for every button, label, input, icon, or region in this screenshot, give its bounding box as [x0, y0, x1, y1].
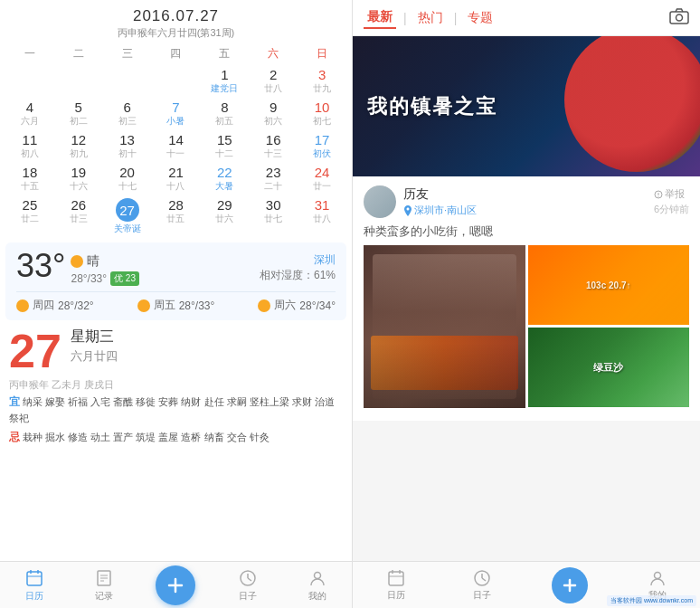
report-text: 举报: [665, 187, 685, 201]
photo-grid: 103c 20.7↑ 绿豆沙: [364, 245, 689, 410]
rnav-calendar[interactable]: 日历: [380, 565, 412, 605]
post-header: 历友 深圳市·南山区 举报: [364, 185, 689, 218]
cal-cell-4[interactable]: 4 六月: [5, 99, 54, 129]
cal-cell-16[interactable]: 16 十三: [249, 131, 298, 162]
photo-food-main[interactable]: [364, 245, 525, 408]
cal-cell-25[interactable]: 25 廿二: [5, 196, 54, 237]
photo-sign-2[interactable]: 绿豆沙: [528, 328, 690, 407]
cal-cell-30[interactable]: 30 廿七: [249, 196, 298, 237]
cal-cell-6[interactable]: 6 初三: [103, 99, 152, 129]
ji-content: 栽种 掘水 修造 动土 置产 筑堤 盖屋 造桥 纳畜 交合 针灸: [23, 432, 270, 442]
time-ago: 6分钟前: [654, 203, 689, 216]
weekday-sat: 六: [249, 43, 298, 64]
weekday-fri: 五: [200, 43, 249, 64]
cal-cell-8[interactable]: 8 初五: [200, 99, 249, 129]
cal-cell-1[interactable]: 1 建党日: [200, 66, 249, 97]
report-link[interactable]: 举报: [654, 187, 689, 201]
cal-cell-15[interactable]: 15 十二: [200, 131, 249, 162]
forecast-fri-temp: 28°/33°: [179, 299, 215, 312]
note-icon: [94, 568, 114, 588]
hero-image[interactable]: 我的镇暑之宝: [353, 36, 700, 176]
cal-cell-20[interactable]: 20 十七: [103, 164, 152, 195]
weekday-thu: 四: [152, 43, 201, 64]
forecast-thu-day: 周四: [33, 298, 54, 313]
svg-rect-0: [27, 572, 42, 585]
calendar-date-main: 2016.07.27: [4, 7, 348, 25]
calendar-icon: [24, 568, 44, 588]
nav-days-label: 日子: [239, 590, 257, 603]
cal-cell-28[interactable]: 28 廿五: [152, 196, 201, 237]
cal-cell-2[interactable]: 2 廿八: [249, 66, 298, 97]
tab-hot[interactable]: 热门: [414, 8, 447, 28]
cal-cell-17[interactable]: 17 初伏: [298, 131, 346, 162]
user-location: 深圳市·南山区: [403, 204, 477, 217]
sun-icon-sat: [258, 299, 270, 312]
location-text: 深圳市·南山区: [414, 204, 477, 217]
cal-cell-12[interactable]: 12 初九: [54, 131, 103, 162]
tab-topic[interactable]: 专题: [464, 8, 497, 28]
ji-section: 忌 栽种 掘水 修造 动土 置产 筑堤 盖屋 造桥 纳畜 交合 针灸: [9, 429, 343, 446]
calendar-header: 2016.07.27 丙申猴年六月廿四(第31周): [0, 0, 352, 43]
camera-button[interactable]: [669, 8, 689, 28]
cal-cell-29[interactable]: 29 廿六: [200, 196, 249, 237]
cal-cell-24[interactable]: 24 廿一: [298, 164, 346, 195]
avatar: [364, 185, 396, 218]
nav-add-button[interactable]: [156, 565, 195, 605]
cal-cell-9[interactable]: 9 初六: [249, 99, 298, 129]
svg-line-12: [248, 578, 251, 581]
rnav-days[interactable]: 日子: [466, 565, 498, 605]
weather-forecast: 周四 28°/32° 周五 28°/33° 周六 28°/34°: [16, 291, 336, 313]
cal-cell-18[interactable]: 18 十五: [5, 164, 54, 195]
cal-cell-27-today[interactable]: 27 关帝诞: [103, 196, 152, 237]
cal-cell-21[interactable]: 21 十八: [152, 164, 201, 195]
user-details: 历友 深圳市·南山区: [403, 186, 477, 217]
cal-cell-13[interactable]: 13 初十: [103, 131, 152, 162]
right-panel: 最新 | 热门 | 专题 我的镇暑之宝 历友: [353, 0, 700, 608]
calendar-days: 1 建党日 2 廿八 3 廿九 4 六月 5 初二 6 初三: [5, 66, 346, 237]
day-detail-top: 27 星期三 六月廿四: [9, 328, 343, 375]
cal-cell-7[interactable]: 7 小暑: [152, 99, 201, 129]
left-panel: 2016.07.27 丙申猴年六月廿四(第31周) 一 二 三 四 五 六 日 …: [0, 0, 353, 608]
hero-text: 我的镇暑之宝: [367, 93, 497, 120]
bottom-nav-left: 日历 记录: [0, 561, 352, 608]
cal-cell-14[interactable]: 14 十一: [152, 131, 201, 162]
nav-days[interactable]: 日子: [231, 565, 265, 606]
cal-cell-31[interactable]: 31 廿八: [298, 196, 346, 237]
rnav-add-button[interactable]: [552, 567, 588, 603]
nav-note[interactable]: 记录: [87, 565, 121, 606]
day-number-big: 27: [9, 328, 61, 375]
cal-cell-23[interactable]: 23 二十: [249, 164, 298, 195]
ganzhi-row: 丙申猴年 乙未月 庚戌日: [9, 378, 343, 392]
svg-point-15: [676, 14, 683, 21]
cal-cell-26[interactable]: 26 廿三: [54, 196, 103, 237]
watermelon-image: [564, 36, 700, 172]
weather-range: 28°/33°: [71, 272, 107, 285]
photo-sign-1[interactable]: 103c 20.7↑: [528, 245, 690, 325]
cal-cell-3[interactable]: 3 廿九: [298, 66, 346, 97]
cal-cell-11[interactable]: 11 初八: [5, 131, 54, 162]
cal-cell-22[interactable]: 22 大暑: [200, 164, 249, 195]
svg-point-18: [657, 196, 658, 197]
svg-rect-19: [389, 572, 403, 585]
weather-top: 33° 晴 28°/33° 优 23 深圳 相对湿度：61%: [16, 250, 336, 286]
watermark: 当客软件园 www.downkr.com: [607, 595, 696, 606]
weekday-tue: 二: [54, 43, 103, 64]
yi-label: 宜: [9, 395, 20, 408]
calendar-date-sub: 丙申猴年六月廿四(第31周): [4, 26, 348, 40]
cal-cell-10[interactable]: 10 初七: [298, 99, 346, 129]
calendar-grid: 一 二 三 四 五 六 日 1 建党日 2 廿八 3 廿九: [0, 43, 352, 237]
svg-rect-14: [670, 12, 688, 24]
tab-latest[interactable]: 最新: [364, 7, 396, 29]
weekday-mon: 一: [5, 43, 54, 64]
forecast-thu-temp: 28°/32°: [58, 299, 94, 312]
nav-calendar-label: 日历: [25, 590, 43, 603]
post-user-info: 历友 深圳市·南山区: [364, 185, 477, 218]
nav-mine[interactable]: 我的: [300, 565, 335, 606]
lunar-label: 六月廿四: [71, 348, 118, 365]
post-caption: 种类蛮多的小吃街，嗯嗯: [364, 223, 689, 240]
day-detail-right: 星期三 六月廿四: [71, 328, 118, 365]
cal-cell-5[interactable]: 5 初二: [54, 99, 103, 129]
nav-mine-label: 我的: [308, 590, 326, 603]
nav-calendar[interactable]: 日历: [17, 565, 52, 606]
cal-cell-19[interactable]: 19 十六: [54, 164, 103, 195]
